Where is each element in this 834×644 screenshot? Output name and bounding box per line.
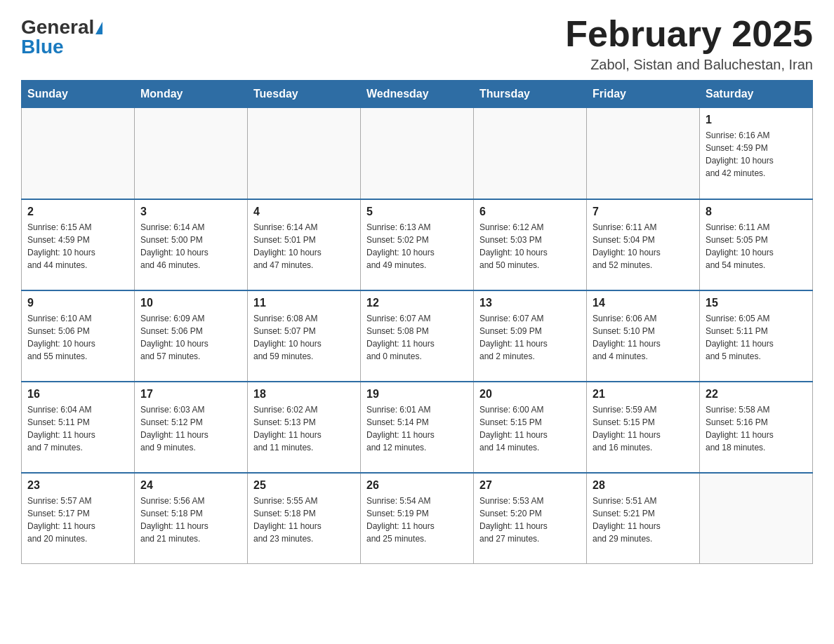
day-info: Sunrise: 6:00 AMSunset: 5:15 PMDaylight:… (479, 403, 581, 454)
day-number: 23 (27, 479, 128, 492)
calendar-cell: 8Sunrise: 6:11 AMSunset: 5:05 PMDaylight… (700, 199, 813, 290)
calendar-cell (587, 108, 700, 199)
day-number: 3 (140, 206, 241, 218)
logo-top-row: General (21, 18, 102, 37)
day-header-saturday: Saturday (700, 81, 813, 108)
logo: General Blue (21, 14, 102, 57)
day-number: 2 (27, 206, 128, 218)
day-info: Sunrise: 5:55 AMSunset: 5:18 PMDaylight:… (253, 495, 355, 545)
day-number: 14 (593, 297, 694, 309)
calendar-cell: 18Sunrise: 6:02 AMSunset: 5:13 PMDayligh… (248, 382, 361, 473)
day-number: 22 (706, 388, 807, 401)
day-number: 8 (706, 206, 807, 218)
calendar-cell: 16Sunrise: 6:04 AMSunset: 5:11 PMDayligh… (22, 382, 135, 473)
calendar-cell: 14Sunrise: 6:06 AMSunset: 5:10 PMDayligh… (587, 290, 700, 382)
day-number: 12 (366, 297, 468, 309)
day-info: Sunrise: 6:14 AMSunset: 5:01 PMDaylight:… (253, 221, 355, 271)
day-header-tuesday: Tuesday (248, 81, 361, 108)
day-info: Sunrise: 6:16 AMSunset: 4:59 PMDaylight:… (706, 129, 807, 180)
day-info: Sunrise: 6:08 AMSunset: 5:07 PMDaylight:… (253, 312, 355, 363)
day-info: Sunrise: 5:51 AMSunset: 5:21 PMDaylight:… (593, 495, 694, 545)
calendar-cell (700, 473, 813, 564)
calendar-cell: 1Sunrise: 6:16 AMSunset: 4:59 PMDaylight… (700, 108, 813, 199)
logo-blue-text: Blue (21, 36, 64, 58)
calendar-cell: 25Sunrise: 5:55 AMSunset: 5:18 PMDayligh… (248, 473, 361, 564)
day-info: Sunrise: 6:07 AMSunset: 5:09 PMDaylight:… (479, 312, 581, 363)
day-info: Sunrise: 6:05 AMSunset: 5:11 PMDaylight:… (706, 312, 807, 363)
day-info: Sunrise: 6:02 AMSunset: 5:13 PMDaylight:… (253, 403, 355, 454)
day-number: 5 (366, 206, 468, 218)
day-info: Sunrise: 6:14 AMSunset: 5:00 PMDaylight:… (140, 221, 241, 271)
calendar-cell: 23Sunrise: 5:57 AMSunset: 5:17 PMDayligh… (22, 473, 135, 564)
day-info: Sunrise: 6:10 AMSunset: 5:06 PMDaylight:… (27, 312, 128, 363)
calendar-cell: 26Sunrise: 5:54 AMSunset: 5:19 PMDayligh… (361, 473, 474, 564)
day-info: Sunrise: 5:54 AMSunset: 5:19 PMDaylight:… (366, 495, 468, 545)
calendar-cell: 2Sunrise: 6:15 AMSunset: 4:59 PMDaylight… (22, 199, 135, 290)
calendar-cell: 10Sunrise: 6:09 AMSunset: 5:06 PMDayligh… (135, 290, 248, 382)
calendar-cell: 27Sunrise: 5:53 AMSunset: 5:20 PMDayligh… (474, 473, 587, 564)
day-number: 27 (479, 479, 581, 492)
day-header-wednesday: Wednesday (361, 81, 474, 108)
calendar-cell: 3Sunrise: 6:14 AMSunset: 5:00 PMDaylight… (135, 199, 248, 290)
day-number: 16 (27, 388, 128, 401)
calendar-week-2: 2Sunrise: 6:15 AMSunset: 4:59 PMDaylight… (22, 199, 813, 290)
day-number: 20 (479, 388, 581, 401)
day-info: Sunrise: 6:12 AMSunset: 5:03 PMDaylight:… (479, 221, 581, 271)
calendar-cell: 7Sunrise: 6:11 AMSunset: 5:04 PMDaylight… (587, 199, 700, 290)
calendar-cell: 9Sunrise: 6:10 AMSunset: 5:06 PMDaylight… (22, 290, 135, 382)
calendar-week-5: 23Sunrise: 5:57 AMSunset: 5:17 PMDayligh… (22, 473, 813, 564)
day-info: Sunrise: 6:13 AMSunset: 5:02 PMDaylight:… (366, 221, 468, 271)
day-number: 18 (253, 388, 355, 401)
calendar-cell: 17Sunrise: 6:03 AMSunset: 5:12 PMDayligh… (135, 382, 248, 473)
page-header: General Blue February 2025 Zabol, Sistan… (21, 14, 813, 73)
day-number: 15 (706, 297, 807, 309)
day-number: 25 (253, 479, 355, 492)
calendar-cell: 19Sunrise: 6:01 AMSunset: 5:14 PMDayligh… (361, 382, 474, 473)
calendar-table: SundayMondayTuesdayWednesdayThursdayFrid… (21, 80, 813, 564)
day-info: Sunrise: 6:07 AMSunset: 5:08 PMDaylight:… (366, 312, 468, 363)
calendar-cell: 20Sunrise: 6:00 AMSunset: 5:15 PMDayligh… (474, 382, 587, 473)
calendar-cell: 5Sunrise: 6:13 AMSunset: 5:02 PMDaylight… (361, 199, 474, 290)
calendar-cell: 12Sunrise: 6:07 AMSunset: 5:08 PMDayligh… (361, 290, 474, 382)
day-number: 19 (366, 388, 468, 401)
calendar-cell: 21Sunrise: 5:59 AMSunset: 5:15 PMDayligh… (587, 382, 700, 473)
calendar-header-row: SundayMondayTuesdayWednesdayThursdayFrid… (22, 81, 813, 108)
calendar-week-1: 1Sunrise: 6:16 AMSunset: 4:59 PMDaylight… (22, 108, 813, 199)
day-info: Sunrise: 6:01 AMSunset: 5:14 PMDaylight:… (366, 403, 468, 454)
calendar-cell: 28Sunrise: 5:51 AMSunset: 5:21 PMDayligh… (587, 473, 700, 564)
calendar-cell (22, 108, 135, 199)
day-number: 17 (140, 388, 241, 401)
title-section: February 2025 Zabol, Sistan and Baluches… (565, 14, 813, 73)
calendar-cell: 15Sunrise: 6:05 AMSunset: 5:11 PMDayligh… (700, 290, 813, 382)
day-info: Sunrise: 5:57 AMSunset: 5:17 PMDaylight:… (27, 495, 128, 545)
calendar-cell: 24Sunrise: 5:56 AMSunset: 5:18 PMDayligh… (135, 473, 248, 564)
day-info: Sunrise: 6:09 AMSunset: 5:06 PMDaylight:… (140, 312, 241, 363)
day-info: Sunrise: 5:53 AMSunset: 5:20 PMDaylight:… (479, 495, 581, 545)
day-number: 11 (253, 297, 355, 309)
day-number: 13 (479, 297, 581, 309)
calendar-subtitle: Zabol, Sistan and Baluchestan, Iran (565, 57, 813, 73)
calendar-cell: 11Sunrise: 6:08 AMSunset: 5:07 PMDayligh… (248, 290, 361, 382)
day-info: Sunrise: 6:04 AMSunset: 5:11 PMDaylight:… (27, 403, 128, 454)
logo-general-text: General (21, 16, 94, 38)
day-info: Sunrise: 6:03 AMSunset: 5:12 PMDaylight:… (140, 403, 241, 454)
day-info: Sunrise: 5:56 AMSunset: 5:18 PMDaylight:… (140, 495, 241, 545)
calendar-week-3: 9Sunrise: 6:10 AMSunset: 5:06 PMDaylight… (22, 290, 813, 382)
logo-triangle-icon (95, 22, 102, 34)
day-info: Sunrise: 5:59 AMSunset: 5:15 PMDaylight:… (593, 403, 694, 454)
calendar-cell: 22Sunrise: 5:58 AMSunset: 5:16 PMDayligh… (700, 382, 813, 473)
calendar-cell: 4Sunrise: 6:14 AMSunset: 5:01 PMDaylight… (248, 199, 361, 290)
calendar-cell (361, 108, 474, 199)
day-number: 21 (593, 388, 694, 401)
calendar-cell: 13Sunrise: 6:07 AMSunset: 5:09 PMDayligh… (474, 290, 587, 382)
day-info: Sunrise: 6:11 AMSunset: 5:05 PMDaylight:… (706, 221, 807, 271)
calendar-cell: 6Sunrise: 6:12 AMSunset: 5:03 PMDaylight… (474, 199, 587, 290)
day-number: 7 (593, 206, 694, 218)
calendar-week-4: 16Sunrise: 6:04 AMSunset: 5:11 PMDayligh… (22, 382, 813, 473)
day-number: 10 (140, 297, 241, 309)
day-header-monday: Monday (135, 81, 248, 108)
day-number: 26 (366, 479, 468, 492)
calendar-title: February 2025 (565, 14, 813, 54)
calendar-cell (135, 108, 248, 199)
day-info: Sunrise: 6:15 AMSunset: 4:59 PMDaylight:… (27, 221, 128, 271)
